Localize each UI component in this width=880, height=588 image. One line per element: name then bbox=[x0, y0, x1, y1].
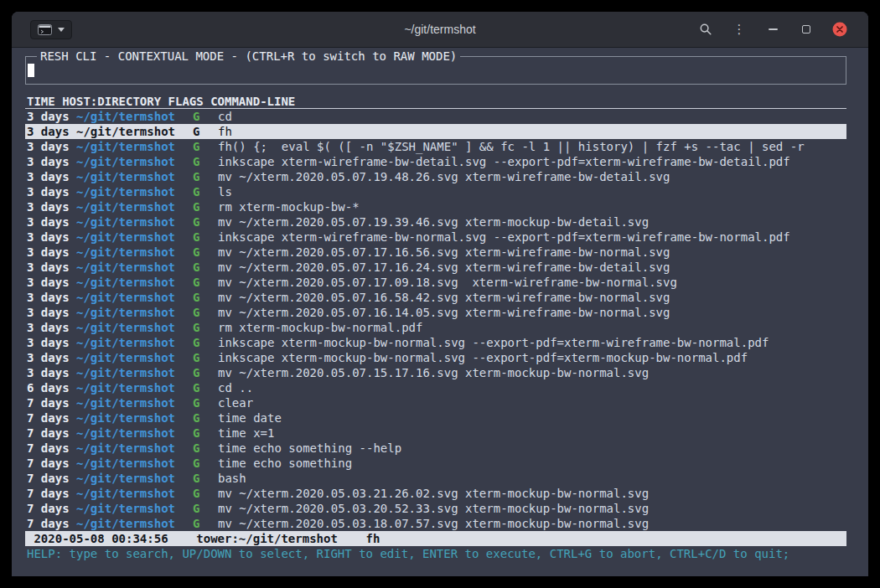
row-flags: G bbox=[193, 214, 218, 230]
kebab-menu-icon: ⋮ bbox=[733, 22, 746, 37]
row-directory: ~/git/termshot bbox=[76, 169, 193, 184]
row-time: 3 days bbox=[27, 305, 76, 320]
row-time: 3 days bbox=[27, 290, 76, 305]
row-directory: ~/git/termshot bbox=[76, 441, 193, 456]
row-flags: G bbox=[193, 395, 218, 410]
history-row[interactable]: 3 days ~/git/termshot G mv ~/xterm.2020.… bbox=[25, 260, 846, 275]
search-icon bbox=[699, 23, 712, 36]
menu-button[interactable]: ⋮ bbox=[732, 22, 747, 37]
row-command: mv ~/xterm.2020.05.07.16.14.05.svg xterm… bbox=[218, 305, 846, 320]
row-directory: ~/git/termshot bbox=[76, 275, 193, 290]
history-row[interactable]: 3 days ~/git/termshot G inkscape xterm-m… bbox=[25, 335, 846, 350]
row-flags: G bbox=[193, 410, 218, 426]
row-time: 3 days bbox=[27, 154, 76, 169]
row-time: 3 days bbox=[27, 335, 76, 350]
close-button[interactable] bbox=[832, 22, 847, 37]
history-row[interactable]: 3 days ~/git/termshot G mv ~/xterm.2020.… bbox=[25, 214, 846, 230]
row-command: fh() {; eval $( ([ -n "$ZSH_NAME" ] && f… bbox=[218, 139, 846, 154]
history-row[interactable]: 7 days ~/git/termshot G time echo someth… bbox=[25, 456, 846, 471]
row-directory: ~/git/termshot bbox=[76, 501, 193, 516]
row-flags: G bbox=[193, 184, 218, 199]
row-directory: ~/git/termshot bbox=[76, 395, 193, 410]
row-time: 3 days bbox=[27, 320, 76, 335]
row-command: ls bbox=[218, 184, 846, 199]
row-command: mv ~/xterm.2020.05.07.16.58.42.svg xterm… bbox=[218, 290, 846, 305]
history-row[interactable]: 3 days ~/git/termshot G fh bbox=[25, 124, 846, 139]
row-command: inkscape xterm-wireframe-bw-normal.svg -… bbox=[218, 230, 846, 245]
terminal-icon bbox=[38, 24, 52, 35]
status-bar: 2020-05-08 00:34:56 tower:~/git/termshot… bbox=[25, 531, 846, 546]
restore-button[interactable] bbox=[799, 22, 814, 37]
history-row[interactable]: 3 days ~/git/termshot G mv ~/xterm.2020.… bbox=[25, 245, 846, 260]
row-time: 3 days bbox=[27, 124, 76, 139]
row-directory: ~/git/termshot bbox=[76, 154, 193, 169]
history-row[interactable]: 7 days ~/git/termshot G clear bbox=[25, 395, 846, 410]
row-flags: G bbox=[193, 471, 218, 486]
history-row[interactable]: 3 days ~/git/termshot G rm xterm-mockup-… bbox=[25, 199, 846, 214]
row-command: mv ~/xterm.2020.05.07.19.39.46.svg xterm… bbox=[218, 214, 846, 230]
row-flags: G bbox=[193, 139, 218, 154]
text-cursor bbox=[28, 64, 34, 77]
history-row[interactable]: 3 days ~/git/termshot G inkscape xterm-w… bbox=[25, 154, 846, 169]
row-directory: ~/git/termshot bbox=[76, 380, 193, 395]
titlebar[interactable]: ~/git/termshot ⋮ bbox=[12, 12, 868, 48]
tab-switcher-button[interactable] bbox=[30, 20, 72, 39]
row-directory: ~/git/termshot bbox=[76, 456, 193, 471]
row-directory: ~/git/termshot bbox=[76, 199, 193, 214]
history-row[interactable]: 3 days ~/git/termshot G mv ~/xterm.2020.… bbox=[25, 365, 846, 380]
row-flags: G bbox=[193, 380, 218, 395]
history-row[interactable]: 6 days ~/git/termshot G cd .. bbox=[25, 380, 846, 395]
history-row[interactable]: 3 days ~/git/termshot G fh() {; eval $( … bbox=[25, 139, 846, 154]
history-row[interactable]: 7 days ~/git/termshot G mv ~/xterm.2020.… bbox=[25, 501, 846, 516]
row-directory: ~/git/termshot bbox=[76, 214, 193, 230]
history-row[interactable]: 7 days ~/git/termshot G bash bbox=[25, 471, 846, 486]
row-time: 3 days bbox=[27, 365, 76, 380]
row-time: 7 days bbox=[27, 516, 76, 531]
history-row[interactable]: 7 days ~/git/termshot G mv ~/xterm.2020.… bbox=[25, 516, 846, 531]
row-directory: ~/git/termshot bbox=[76, 486, 193, 501]
row-flags: G bbox=[193, 245, 218, 260]
row-command: rm xterm-mockup-bw-* bbox=[218, 199, 846, 214]
history-row[interactable]: 3 days ~/git/termshot G cd bbox=[25, 109, 846, 124]
history-row[interactable]: 3 days ~/git/termshot G mv ~/xterm.2020.… bbox=[25, 275, 846, 290]
row-time: 3 days bbox=[27, 184, 76, 199]
history-row[interactable]: 7 days ~/git/termshot G mv ~/xterm.2020.… bbox=[25, 486, 846, 501]
history-row[interactable]: 3 days ~/git/termshot G inkscape xterm-w… bbox=[25, 230, 846, 245]
row-directory: ~/git/termshot bbox=[76, 365, 193, 380]
row-command: mv ~/xterm.2020.05.03.21.26.02.svg xterm… bbox=[218, 486, 846, 501]
row-time: 7 days bbox=[27, 410, 76, 426]
row-time: 3 days bbox=[27, 260, 76, 275]
minimize-button[interactable] bbox=[765, 22, 780, 37]
history-row[interactable]: 3 days ~/git/termshot G mv ~/xterm.2020.… bbox=[25, 169, 846, 184]
mode-title: RESH CLI - CONTEXTUAL MODE - (CTRL+R to … bbox=[37, 49, 460, 64]
row-time: 7 days bbox=[27, 471, 76, 486]
row-flags: G bbox=[193, 169, 218, 184]
row-command: inkscape xterm-mockup-bw-normal.svg --ex… bbox=[218, 350, 846, 365]
history-row[interactable]: 7 days ~/git/termshot G time x=1 bbox=[25, 426, 846, 441]
row-time: 7 days bbox=[27, 501, 76, 516]
row-directory: ~/git/termshot bbox=[76, 471, 193, 486]
row-directory: ~/git/termshot bbox=[76, 124, 193, 139]
row-command: inkscape xterm-wireframe-bw-detail.svg -… bbox=[218, 154, 846, 169]
row-flags: G bbox=[193, 124, 218, 139]
terminal-screen[interactable]: RESH CLI - CONTEXTUAL MODE - (CTRL+R to … bbox=[12, 48, 868, 576]
row-flags: G bbox=[193, 335, 218, 350]
history-row[interactable]: 3 days ~/git/termshot G mv ~/xterm.2020.… bbox=[25, 290, 846, 305]
row-flags: G bbox=[193, 456, 218, 471]
history-row[interactable]: 3 days ~/git/termshot G mv ~/xterm.2020.… bbox=[25, 305, 846, 320]
row-flags: G bbox=[193, 109, 218, 124]
row-time: 7 days bbox=[27, 441, 76, 456]
history-row[interactable]: 7 days ~/git/termshot G time date bbox=[25, 410, 846, 426]
search-input[interactable]: RESH CLI - CONTEXTUAL MODE - (CTRL+R to … bbox=[25, 56, 846, 85]
history-row[interactable]: 3 days ~/git/termshot G inkscape xterm-m… bbox=[25, 350, 846, 365]
row-directory: ~/git/termshot bbox=[76, 260, 193, 275]
history-row[interactable]: 3 days ~/git/termshot G rm xterm-mockup-… bbox=[25, 320, 846, 335]
history-row[interactable]: 7 days ~/git/termshot G time echo someth… bbox=[25, 441, 846, 456]
row-flags: G bbox=[193, 260, 218, 275]
search-button[interactable] bbox=[698, 22, 713, 37]
row-flags: G bbox=[193, 486, 218, 501]
row-command: time echo something --help bbox=[218, 441, 846, 456]
history-row[interactable]: 3 days ~/git/termshot G ls bbox=[25, 184, 846, 199]
close-icon bbox=[832, 22, 847, 37]
row-command: mv ~/xterm.2020.05.07.15.17.16.svg xterm… bbox=[218, 365, 846, 380]
